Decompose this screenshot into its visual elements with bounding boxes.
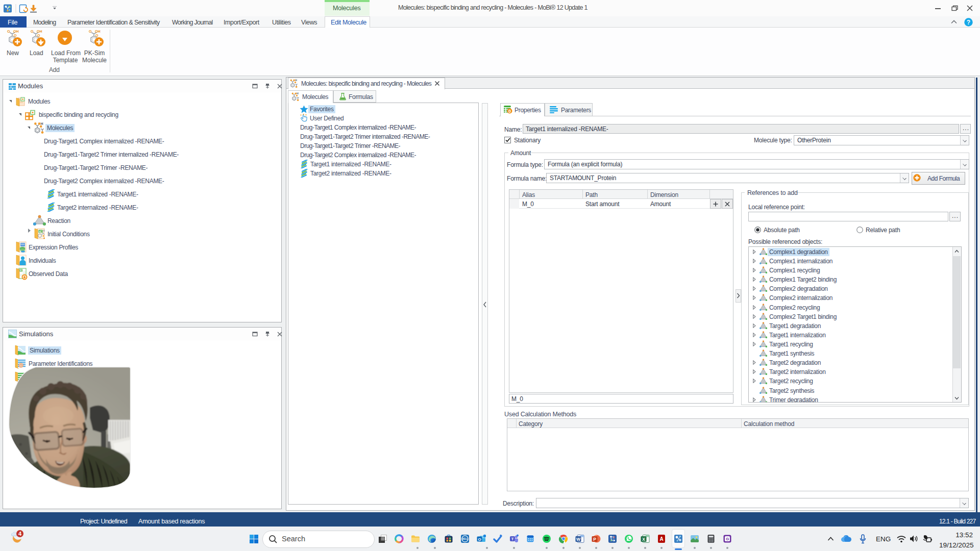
svg-text:A: A [659, 536, 663, 542]
svg-text:G: G [726, 537, 729, 541]
svg-text:DELL: DELL [462, 538, 468, 540]
svg-text:OH: OH [13, 30, 19, 33]
svg-text:O: O [478, 537, 481, 542]
svg-text:X: X [642, 537, 645, 542]
svg-text:O: O [14, 34, 17, 37]
svg-text:P: P [593, 537, 596, 542]
svg-text:IC: IC [39, 230, 42, 233]
svg-text:K: K [20, 269, 22, 272]
svg-text:W: W [576, 537, 581, 542]
svg-text:H: H [40, 122, 43, 126]
svg-text:T: T [511, 537, 514, 541]
svg-text:H: H [297, 92, 299, 95]
svg-text:0: 0 [508, 109, 511, 114]
svg-text:H: H [43, 229, 45, 232]
svg-text:O: O [7, 30, 10, 33]
svg-text:?: ? [967, 19, 970, 26]
svg-text:H: H [295, 79, 297, 82]
svg-text:4: 4 [18, 531, 22, 537]
